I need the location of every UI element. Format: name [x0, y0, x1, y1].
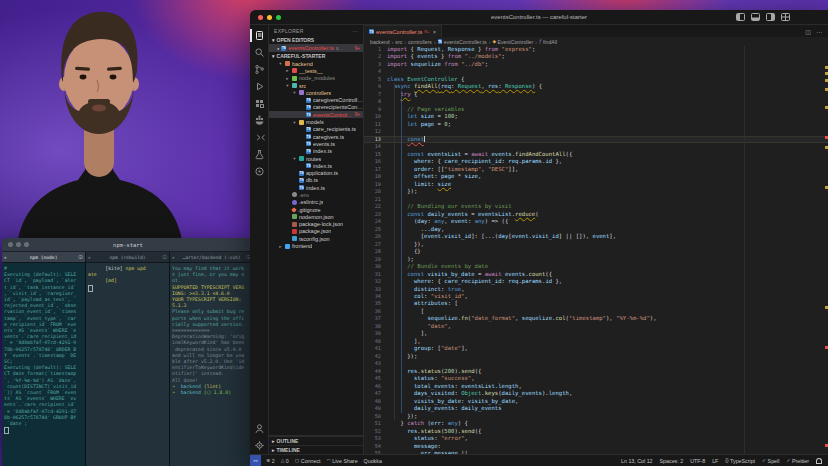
- code-line[interactable]: 51 } catch (err: any) {: [364, 420, 828, 427]
- tree-item[interactable]: .env: [269, 191, 363, 198]
- terminal-titlebar[interactable]: npm-start: [2, 238, 254, 252]
- tree-item[interactable]: ▾routes: [269, 155, 363, 162]
- close-icon[interactable]: ×: [88, 255, 91, 260]
- terminal-pane-tab[interactable]: ×…arter/backend (-zsh)ⓘ: [170, 252, 254, 262]
- info-icon[interactable]: ⓘ: [79, 255, 83, 260]
- code-line[interactable]: 49 daily_events: daily_events: [364, 405, 828, 412]
- code-line[interactable]: 41 group: ["date"],: [364, 345, 828, 352]
- code-line[interactable]: 24 (day: any, event: any) => ({: [364, 218, 828, 225]
- run-debug-icon[interactable]: [250, 78, 268, 95]
- code-line[interactable]: 33 distinct: true,: [364, 286, 828, 293]
- terminal-pane[interactable]: [kite] npm update [md]: [86, 263, 170, 466]
- tab-eventscontroller[interactable]: TS eventsController.ts 9+ ×: [364, 25, 442, 37]
- remote-explorer-icon[interactable]: [250, 129, 268, 146]
- remote-indicator[interactable]: ><: [250, 455, 261, 466]
- code-line[interactable]: 26 [event.visit_id]: [...(day[event.visi…: [364, 233, 828, 240]
- vscode-window[interactable]: eventsController.ts — careful-starter: [250, 10, 828, 466]
- code-line[interactable]: 35 attributes: [: [364, 300, 828, 307]
- breadcrumb-item[interactable]: controllers: [408, 39, 432, 45]
- code-line[interactable]: 23 const daily_events = eventsList.reduc…: [364, 211, 828, 218]
- code-line[interactable]: 5class EventController {: [364, 76, 828, 83]
- code-line[interactable]: 30 // Bundle events by date: [364, 263, 828, 270]
- code-line[interactable]: 20 });: [364, 188, 828, 195]
- tree-item[interactable]: TSindex.ts: [269, 148, 363, 155]
- code-line[interactable]: 34 col: "visit_id",: [364, 293, 828, 300]
- overview-ruler[interactable]: [823, 46, 828, 454]
- code-line[interactable]: 1import { Request, Response } from "expr…: [364, 46, 828, 53]
- tree-item[interactable]: nodemon.json: [269, 213, 363, 220]
- code-line[interactable]: 38 "date",: [364, 323, 828, 330]
- terminal-pane[interactable]: #Executing (default): SELECT `id`, `payl…: [2, 263, 86, 466]
- open-editors-section[interactable]: ▾ OPEN EDITORS: [269, 36, 363, 44]
- tree-item[interactable]: ▾backend: [269, 60, 363, 67]
- code-line[interactable]: 29 );: [364, 256, 828, 263]
- code-line[interactable]: 45 status: "success",: [364, 375, 828, 382]
- status-cursor-position[interactable]: Ln 13, Col 12: [621, 458, 653, 464]
- close-icon[interactable]: ×: [172, 255, 175, 260]
- vscode-titlebar[interactable]: eventsController.ts — careful-starter: [250, 10, 828, 25]
- tree-item[interactable]: ▾models: [269, 118, 363, 125]
- customize-layout-icon[interactable]: [781, 13, 790, 21]
- status-notifications[interactable]: [816, 458, 822, 463]
- tree-item[interactable]: package.json: [269, 228, 363, 235]
- tree-item[interactable]: ▸frontend: [269, 242, 363, 249]
- code-line[interactable]: 28 {}: [364, 248, 828, 255]
- code-line[interactable]: 15 const eventsList = await events.findA…: [364, 151, 828, 158]
- code-line[interactable]: 16 where: { care_recipient_id: req.param…: [364, 158, 828, 165]
- toggle-sidebar-icon[interactable]: [736, 13, 745, 21]
- code-line[interactable]: 47 days_visited: Object.keys(daily_event…: [364, 390, 828, 397]
- tab-close-icon[interactable]: ×: [433, 29, 436, 35]
- tree-item[interactable]: TScaregiversController.ts: [269, 96, 363, 103]
- code-line[interactable]: 18 offset: page * size,: [364, 173, 828, 180]
- explorer-icon[interactable]: [250, 27, 268, 44]
- tree-item[interactable]: TSevents.ts: [269, 140, 363, 147]
- code-line[interactable]: 14: [364, 143, 828, 150]
- code-line[interactable]: 36 [: [364, 308, 828, 315]
- status-encoding[interactable]: UTF-8: [690, 458, 705, 464]
- breadcrumb-item[interactable]: src: [395, 39, 402, 45]
- outline-section[interactable]: ▸ OUTLINE: [269, 436, 363, 445]
- terminal-pane-tab[interactable]: ×npm (node)ⓘ: [2, 252, 86, 262]
- extensions-icon[interactable]: [250, 95, 268, 112]
- source-control-icon[interactable]: [250, 61, 268, 78]
- code-line[interactable]: 12: [364, 128, 828, 135]
- status-connect[interactable]: ▢Connect: [295, 458, 321, 464]
- code-line[interactable]: 19 limit: size: [364, 181, 828, 188]
- editor-more-actions-icon[interactable]: ⋯: [816, 28, 822, 35]
- code-line[interactable]: 37 sequelize.fn("date_format", sequelize…: [364, 315, 828, 322]
- tree-item[interactable]: TSdb.ts: [269, 177, 363, 184]
- tree-item[interactable]: TScare_recipients.ts: [269, 126, 363, 133]
- code-line[interactable]: 17 order: [["timestamp", "DESC"]],: [364, 166, 828, 173]
- code-line[interactable]: 32 where: { care_recipient_id: req.param…: [364, 278, 828, 285]
- tree-item[interactable]: TScaregivers.ts: [269, 133, 363, 140]
- tree-item[interactable]: tsconfig.json: [269, 235, 363, 242]
- timeline-section[interactable]: ▸ TIMELINE: [269, 445, 363, 454]
- breadcrumb-item[interactable]: ƒfindAll: [539, 39, 557, 45]
- code-line[interactable]: 44 res.status(200).send({: [364, 368, 828, 375]
- status-prettier[interactable]: ✓Prettier: [786, 458, 809, 464]
- tree-item[interactable]: ▾src: [269, 82, 363, 89]
- tree-item[interactable]: ▸node_modules: [269, 75, 363, 82]
- status-live-share[interactable]: ◠Live Share: [327, 458, 358, 464]
- code-line[interactable]: 3import sequelize from "../db";: [364, 61, 828, 68]
- code-line[interactable]: 2import { events } from "../models";: [364, 53, 828, 60]
- code-line[interactable]: 7 try {: [364, 91, 828, 98]
- code-editor[interactable]: 1import { Request, Response } from "expr…: [364, 46, 828, 454]
- split-editor-icon[interactable]: ◫: [805, 28, 811, 35]
- code-line[interactable]: 10 let size = 100;: [364, 113, 828, 120]
- code-line[interactable]: 9 // Page variables: [364, 106, 828, 113]
- code-line[interactable]: 4: [364, 68, 828, 75]
- tree-item[interactable]: ▸__tests__: [269, 67, 363, 74]
- code-line[interactable]: 6 async findAll(req: Request, res: Respo…: [364, 83, 828, 90]
- project-section[interactable]: ▾ CAREFUL-STARTER: [269, 52, 363, 60]
- code-line[interactable]: 25 ...day,: [364, 226, 828, 233]
- account-icon[interactable]: [250, 420, 268, 437]
- code-line[interactable]: 50 });: [364, 413, 828, 420]
- code-line[interactable]: 54 message:: [364, 443, 828, 450]
- code-line[interactable]: 55 err.message ||: [364, 450, 828, 454]
- toggle-secondary-sidebar-icon[interactable]: [766, 13, 775, 21]
- testing-icon[interactable]: [250, 146, 268, 163]
- tree-item[interactable]: TSeventsController.ts9+: [269, 111, 363, 118]
- tree-item[interactable]: TScarerecipientsController…: [269, 104, 363, 111]
- code-line[interactable]: 52 res.status(500).send({: [364, 428, 828, 435]
